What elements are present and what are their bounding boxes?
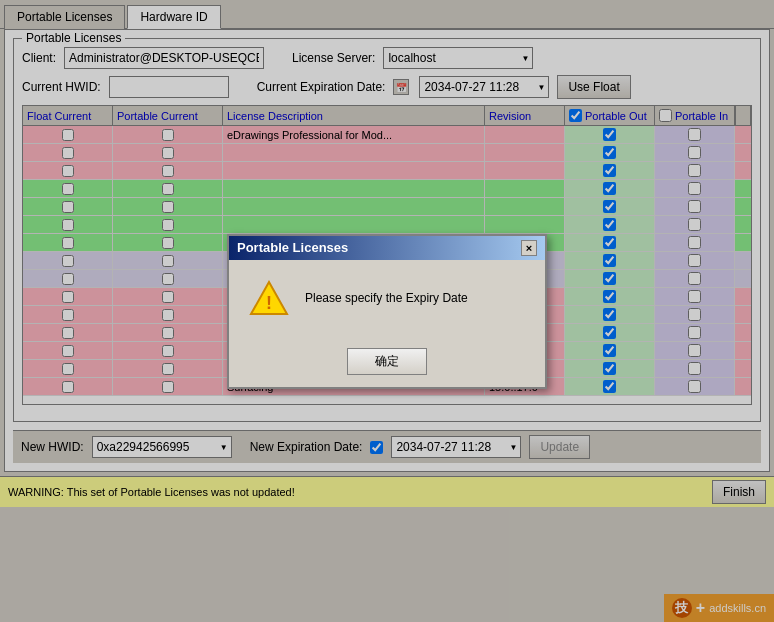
modal-title: Portable Licenses [237, 240, 348, 255]
modal-message: Please specify the Expiry Date [305, 291, 468, 305]
modal-dialog: Portable Licenses × ! Please specify the… [227, 234, 547, 389]
warning-triangle-icon: ! [249, 280, 289, 316]
modal-close-button[interactable]: × [521, 240, 537, 256]
modal-titlebar: Portable Licenses × [229, 236, 545, 260]
modal-overlay: Portable Licenses × ! Please specify the… [0, 0, 774, 622]
modal-body: ! Please specify the Expiry Date [229, 260, 545, 336]
svg-text:!: ! [266, 293, 272, 313]
modal-ok-button[interactable]: 确定 [347, 348, 427, 375]
modal-footer: 确定 [229, 336, 545, 387]
